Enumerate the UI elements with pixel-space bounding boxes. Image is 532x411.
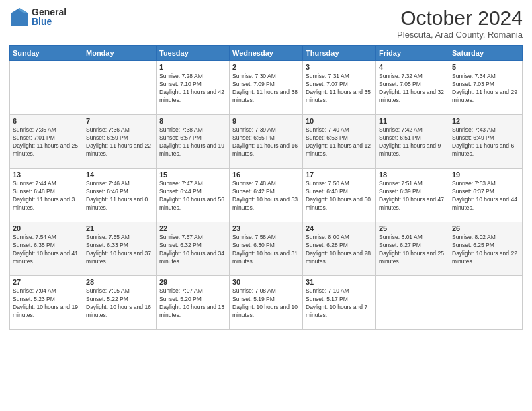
day-cell: 28Sunrise: 7:05 AMSunset: 5:22 PMDayligh…: [83, 276, 157, 330]
day-number: 11: [379, 117, 446, 125]
day-cell: 12Sunrise: 7:43 AMSunset: 6:49 PMDayligh…: [449, 115, 523, 169]
day-cell: 29Sunrise: 7:07 AMSunset: 5:20 PMDayligh…: [157, 276, 230, 330]
day-cell: 22Sunrise: 7:57 AMSunset: 6:32 PMDayligh…: [157, 222, 230, 276]
day-info: Sunrise: 7:30 AMSunset: 7:09 PMDaylight:…: [232, 73, 300, 105]
day-cell: 6Sunrise: 7:35 AMSunset: 7:01 PMDaylight…: [10, 115, 83, 169]
day-cell: 4Sunrise: 7:32 AMSunset: 7:05 PMDaylight…: [376, 61, 449, 115]
day-number: 19: [452, 171, 519, 179]
day-info: Sunrise: 7:39 AMSunset: 6:55 PMDaylight:…: [232, 126, 300, 158]
day-number: 6: [13, 117, 80, 125]
day-info: Sunrise: 7:42 AMSunset: 6:51 PMDaylight:…: [379, 126, 446, 158]
header: General Blue October 2024 Plescuta, Arad…: [9, 7, 523, 40]
day-info: Sunrise: 7:08 AMSunset: 5:19 PMDaylight:…: [232, 287, 300, 320]
day-cell: 15Sunrise: 7:47 AMSunset: 6:44 PMDayligh…: [157, 169, 230, 222]
title-block: October 2024 Plescuta, Arad County, Roma…: [397, 7, 523, 40]
day-info: Sunrise: 8:01 AMSunset: 6:27 PMDaylight:…: [379, 234, 446, 266]
day-number: 27: [13, 278, 80, 286]
day-info: Sunrise: 7:44 AMSunset: 6:48 PMDaylight:…: [13, 180, 80, 212]
day-cell: 31Sunrise: 7:10 AMSunset: 5:17 PMDayligh…: [303, 276, 376, 330]
weekday-header-thursday: Thursday: [303, 46, 376, 61]
day-info: Sunrise: 7:07 AMSunset: 5:20 PMDaylight:…: [159, 287, 226, 320]
day-cell: 26Sunrise: 8:02 AMSunset: 6:25 PMDayligh…: [449, 222, 523, 276]
day-number: 13: [13, 171, 80, 179]
day-cell: [83, 61, 157, 115]
week-row-1: 1Sunrise: 7:28 AMSunset: 7:10 PMDaylight…: [10, 61, 523, 115]
day-info: Sunrise: 7:57 AMSunset: 6:32 PMDaylight:…: [159, 234, 226, 266]
day-cell: 14Sunrise: 7:46 AMSunset: 6:46 PMDayligh…: [83, 169, 157, 222]
day-info: Sunrise: 7:46 AMSunset: 6:46 PMDaylight:…: [86, 180, 153, 212]
day-info: Sunrise: 7:40 AMSunset: 6:53 PMDaylight:…: [306, 126, 373, 158]
day-cell: 3Sunrise: 7:31 AMSunset: 7:07 PMDaylight…: [303, 61, 376, 115]
day-cell: 7Sunrise: 7:36 AMSunset: 6:59 PMDaylight…: [83, 115, 157, 169]
logo-blue: Blue: [32, 17, 66, 26]
day-info: Sunrise: 7:36 AMSunset: 6:59 PMDaylight:…: [86, 126, 153, 158]
day-cell: 17Sunrise: 7:50 AMSunset: 6:40 PMDayligh…: [303, 169, 376, 222]
day-number: 25: [379, 224, 446, 232]
day-number: 31: [306, 278, 373, 286]
day-cell: 1Sunrise: 7:28 AMSunset: 7:10 PMDaylight…: [157, 61, 230, 115]
weekday-header-monday: Monday: [83, 46, 157, 61]
calendar-table: SundayMondayTuesdayWednesdayThursdayFrid…: [9, 45, 523, 330]
day-info: Sunrise: 7:34 AMSunset: 7:03 PMDaylight:…: [452, 73, 519, 105]
day-number: 2: [232, 63, 300, 71]
day-info: Sunrise: 7:38 AMSunset: 6:57 PMDaylight:…: [159, 126, 226, 158]
day-cell: 27Sunrise: 7:04 AMSunset: 5:23 PMDayligh…: [10, 276, 83, 330]
day-number: 10: [306, 117, 373, 125]
day-info: Sunrise: 7:35 AMSunset: 7:01 PMDaylight:…: [13, 126, 80, 158]
day-info: Sunrise: 7:58 AMSunset: 6:30 PMDaylight:…: [232, 234, 300, 266]
day-cell: [10, 61, 83, 115]
day-number: 7: [86, 117, 153, 125]
generalblue-logo-icon: [9, 7, 30, 27]
calendar-subtitle: Plescuta, Arad County, Romania: [397, 30, 523, 40]
weekday-header-row: SundayMondayTuesdayWednesdayThursdayFrid…: [10, 46, 523, 61]
logo: General Blue: [9, 7, 66, 27]
weekday-header-sunday: Sunday: [10, 46, 83, 61]
day-info: Sunrise: 7:55 AMSunset: 6:33 PMDaylight:…: [86, 234, 153, 266]
day-number: 16: [232, 171, 300, 179]
day-info: Sunrise: 7:05 AMSunset: 5:22 PMDaylight:…: [86, 287, 153, 320]
day-number: 26: [452, 224, 519, 232]
day-number: 4: [379, 63, 446, 71]
day-number: 15: [159, 171, 226, 179]
day-cell: 16Sunrise: 7:48 AMSunset: 6:42 PMDayligh…: [230, 169, 303, 222]
svg-marker-0: [11, 8, 28, 26]
day-info: Sunrise: 7:28 AMSunset: 7:10 PMDaylight:…: [159, 73, 226, 105]
weekday-header-friday: Friday: [376, 46, 449, 61]
page: General Blue October 2024 Plescuta, Arad…: [0, 0, 532, 411]
day-cell: 13Sunrise: 7:44 AMSunset: 6:48 PMDayligh…: [10, 169, 83, 222]
logo-general: General: [32, 7, 66, 17]
day-number: 18: [379, 171, 446, 179]
day-info: Sunrise: 8:00 AMSunset: 6:28 PMDaylight:…: [306, 234, 373, 266]
day-number: 24: [306, 224, 373, 232]
day-cell: 9Sunrise: 7:39 AMSunset: 6:55 PMDaylight…: [230, 115, 303, 169]
day-cell: 24Sunrise: 8:00 AMSunset: 6:28 PMDayligh…: [303, 222, 376, 276]
day-number: 29: [159, 278, 226, 286]
day-cell: 19Sunrise: 7:53 AMSunset: 6:37 PMDayligh…: [449, 169, 523, 222]
day-number: 20: [13, 224, 80, 232]
weekday-header-wednesday: Wednesday: [230, 46, 303, 61]
day-info: Sunrise: 7:50 AMSunset: 6:40 PMDaylight:…: [306, 180, 373, 212]
day-cell: 21Sunrise: 7:55 AMSunset: 6:33 PMDayligh…: [83, 222, 157, 276]
weekday-header-tuesday: Tuesday: [157, 46, 230, 61]
day-cell: 30Sunrise: 7:08 AMSunset: 5:19 PMDayligh…: [230, 276, 303, 330]
day-cell: 10Sunrise: 7:40 AMSunset: 6:53 PMDayligh…: [303, 115, 376, 169]
day-cell: 18Sunrise: 7:51 AMSunset: 6:39 PMDayligh…: [376, 169, 449, 222]
day-number: 14: [86, 171, 153, 179]
day-number: 5: [452, 63, 519, 71]
day-info: Sunrise: 7:10 AMSunset: 5:17 PMDaylight:…: [306, 287, 373, 320]
day-cell: [376, 276, 449, 330]
day-info: Sunrise: 7:53 AMSunset: 6:37 PMDaylight:…: [452, 180, 519, 212]
day-cell: [449, 276, 523, 330]
day-info: Sunrise: 8:02 AMSunset: 6:25 PMDaylight:…: [452, 234, 519, 266]
week-row-5: 27Sunrise: 7:04 AMSunset: 5:23 PMDayligh…: [10, 276, 523, 330]
day-number: 22: [159, 224, 226, 232]
weekday-header-saturday: Saturday: [449, 46, 523, 61]
day-cell: 8Sunrise: 7:38 AMSunset: 6:57 PMDaylight…: [157, 115, 230, 169]
day-info: Sunrise: 7:43 AMSunset: 6:49 PMDaylight:…: [452, 126, 519, 158]
week-row-4: 20Sunrise: 7:54 AMSunset: 6:35 PMDayligh…: [10, 222, 523, 276]
day-number: 30: [232, 278, 300, 286]
day-cell: 11Sunrise: 7:42 AMSunset: 6:51 PMDayligh…: [376, 115, 449, 169]
day-info: Sunrise: 7:54 AMSunset: 6:35 PMDaylight:…: [13, 234, 80, 266]
day-cell: 25Sunrise: 8:01 AMSunset: 6:27 PMDayligh…: [376, 222, 449, 276]
day-number: 12: [452, 117, 519, 125]
